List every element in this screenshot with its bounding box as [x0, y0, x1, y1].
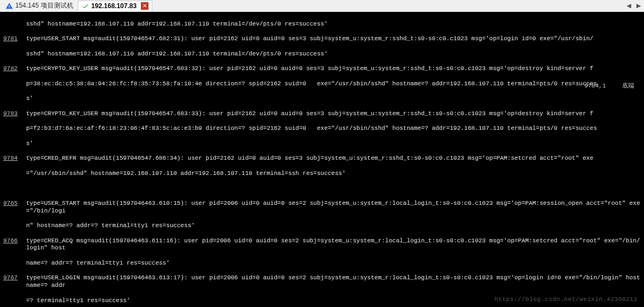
- log-fragment: s': [3, 95, 641, 103]
- log-fragment: sshd" hostname=192.168.107.110 addr=192.…: [3, 51, 641, 58]
- tab-label: 192.168.107.83: [91, 2, 137, 10]
- log-line: 9781 type=USER_START msg=audit(159704654…: [3, 35, 641, 43]
- log-fragment: name=? addr=? terminal=tty1 res=success': [3, 260, 641, 267]
- log-line: 9767 type=USER_LOGIN msg=audit(159704646…: [3, 274, 641, 290]
- check-icon: [82, 2, 89, 10]
- log-text: type=CRYPTO_KEY_USER msg=audit(159704654…: [26, 65, 641, 73]
- vim-status: 9784,1 底端: [584, 83, 634, 90]
- nav-prev-icon[interactable]: ◀: [626, 2, 632, 9]
- log-line: 9783 type=CRYPTO_KEY_USER msg=audit(1597…: [3, 110, 641, 118]
- log-text: type=USER_LOGIN msg=audit(1597046463.613…: [26, 274, 641, 290]
- tab-ip-active[interactable]: 192.168.107.83 ✕: [78, 1, 152, 11]
- tab-bar: 154.145 项目测试机 192.168.107.83 ✕ ◀ ▶: [0, 0, 644, 12]
- log-text: type=CRED_REFR msg=audit(1597046547.686:…: [26, 155, 641, 162]
- line-number: 9784: [3, 155, 22, 162]
- watermark: https://blog.csdn.net/weixin_42350212: [494, 296, 637, 304]
- log-text: type=CRYPTO_KEY_USER msg=audit(159704654…: [26, 110, 641, 118]
- tab-label: 154.145 项目测试机: [15, 1, 73, 10]
- line-number: 9783: [3, 110, 22, 118]
- close-icon[interactable]: ✕: [141, 2, 148, 10]
- alert-icon: [5, 2, 13, 10]
- tab-nav: ◀ ▶: [626, 2, 642, 9]
- file-position: 底端: [622, 83, 634, 90]
- line-number: 9765: [3, 200, 22, 208]
- nav-next-icon[interactable]: ▶: [635, 2, 642, 9]
- log-fragment: n" hostname=? addr=? terminal=tty1 res=s…: [3, 222, 641, 230]
- log-text: type=USER_START msg=audit(1597046547.682…: [26, 35, 641, 43]
- line-number: 9781: [3, 35, 22, 43]
- line-number: 9782: [3, 65, 22, 73]
- log-fragment: sshd" hostname=192.168.107.110 addr=192.…: [3, 21, 641, 28]
- line-number: 9767: [3, 274, 22, 282]
- log-fragment: p=38:ec:dc:c5:38:8a:94:26:fc:f8:35:73:58…: [3, 80, 641, 88]
- log-text: type=USER_START msg=audit(1597046463.610…: [26, 200, 641, 215]
- line-number: 9766: [3, 237, 22, 245]
- log-fragment: s': [3, 140, 641, 148]
- tab-project-test[interactable]: 154.145 项目测试机: [2, 0, 77, 11]
- log-line: 9765 type=USER_START msg=audit(159704646…: [3, 200, 641, 215]
- terminal-output[interactable]: sshd" hostname=192.168.107.110 addr=192.…: [0, 12, 644, 307]
- log-blank: [3, 185, 641, 192]
- cursor-position: 9784,1: [584, 83, 606, 90]
- log-line: 9784 type=CRED_REFR msg=audit(1597046547…: [3, 155, 641, 162]
- log-line: 9766 type=CRED_ACQ msg=audit(1597046463.…: [3, 237, 641, 253]
- log-line: 9782 type=CRYPTO_KEY_USER msg=audit(1597…: [3, 65, 641, 73]
- tabs-left: 154.145 项目测试机 192.168.107.83 ✕: [2, 0, 152, 11]
- log-fragment: p=f2:b3:d7:6a:ec:af:f6:18:23:06:4f:83:5c…: [3, 125, 641, 133]
- log-text: type=CRED_ACQ msg=audit(1597046463.611:1…: [26, 237, 641, 253]
- log-fragment: ="/usr/sbin/sshd" hostname=192.168.107.1…: [3, 170, 641, 178]
